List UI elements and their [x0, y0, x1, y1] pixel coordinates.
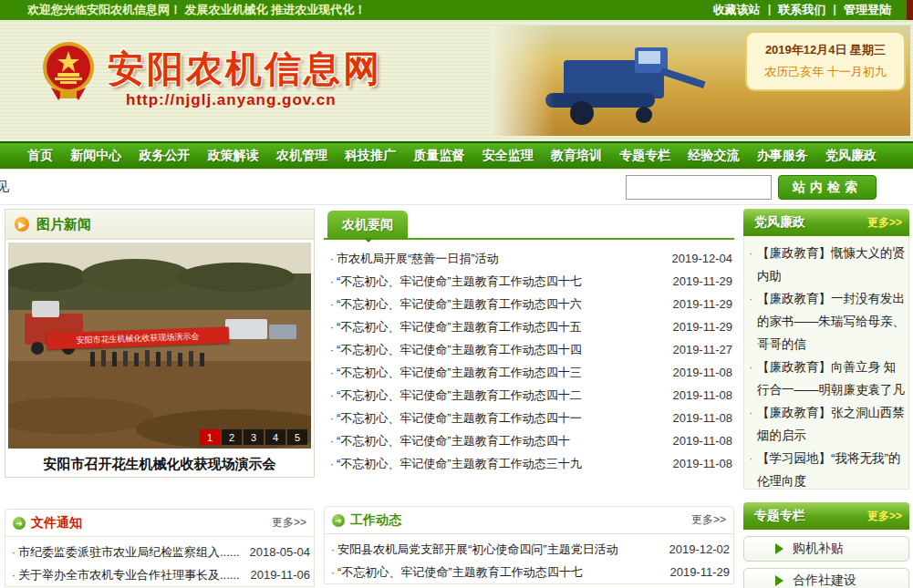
- play-triangle-icon: [775, 543, 783, 554]
- party-link[interactable]: 【廉政教育】向善立身 知行合一——明朝廉吏袁了凡: [750, 356, 905, 401]
- list-item: · “不忘初心、牢记使命”主题教育工作动态四十六 2019-11-29: [327, 293, 732, 315]
- nav-quality[interactable]: 质量监督: [409, 148, 471, 164]
- list-item: · “不忘初心、牢记使命”主题教育工作动态四十七 2019-11-29: [328, 561, 730, 583]
- search-row: 见 站内检索: [0, 169, 913, 205]
- main-nav: 首页 新闻中心 政务公开 政策解读 农机管理 科技推广 质量监督 安全监理 教育…: [0, 141, 913, 169]
- list-item: · “不忘初心、牢记使命”主题教育工作动态四十三 2019-11-08: [327, 361, 732, 384]
- subsidy-button[interactable]: 购机补贴: [743, 536, 909, 562]
- news-link[interactable]: “不忘初心、牢记使命”主题教育工作动态四十五: [337, 319, 661, 335]
- machinery-news-list: · 市农机局开展“慈善一日捐”活动 2019-12-04 · “不忘初心、牢记使…: [324, 240, 734, 475]
- content-area: ▶ 图片新闻: [0, 205, 913, 588]
- party-link[interactable]: 【学习园地】“我将无我”的伦理向度: [750, 447, 905, 490]
- nav-party-conduct[interactable]: 党风廉政: [820, 148, 882, 164]
- list-item: · “不忘初心、牢记使命”主题教育工作动态四十一 2019-11-08: [327, 407, 732, 429]
- list-item: · “不忘初心、牢记使命”主题教育工作动态三十九 2019-11-08: [327, 452, 732, 475]
- notice-more-link[interactable]: 更多>>: [272, 515, 306, 531]
- pager-4[interactable]: 4: [265, 429, 285, 445]
- nav-policy[interactable]: 政策解读: [202, 148, 265, 164]
- news-date: 2019-11-08: [661, 411, 732, 425]
- dot-bullet: ·: [327, 457, 337, 470]
- nav-education[interactable]: 教育培训: [545, 148, 607, 164]
- special-more-link[interactable]: 更多>>: [867, 509, 902, 524]
- notice-link[interactable]: 市纪委监委派驻市农业局纪检监察组入......: [18, 544, 239, 561]
- left-column: ▶ 图片新闻: [5, 209, 315, 588]
- photo-caption-link[interactable]: 安阳市召开花生机械化收获现场演示会: [5, 451, 314, 477]
- nav-machinery-mgmt[interactable]: 农机管理: [271, 148, 333, 164]
- news-link[interactable]: “不忘初心、牢记使命”主题教育工作动态三十九: [337, 456, 661, 472]
- nav-experience[interactable]: 经验交流: [683, 148, 745, 164]
- news-link[interactable]: “不忘初心、牢记使命”主题教育工作动态四十六: [337, 296, 661, 313]
- party-more-link[interactable]: 更多>>: [867, 215, 902, 231]
- party-panel: 党风廉政 更多>> 【廉政教育】慨慷大义的贤内助 【廉政教育】一封没有发出的家书…: [743, 209, 909, 490]
- nav-special-topics[interactable]: 专题专栏: [614, 148, 676, 164]
- contact-link[interactable]: 联系我们: [778, 2, 825, 18]
- news-date: 2019-11-29: [661, 320, 732, 334]
- notice-date: 2018-05-04: [239, 545, 310, 559]
- party-link[interactable]: 【廉政教育】慨慷大义的贤内助: [750, 242, 905, 287]
- dot-bullet: ·: [327, 388, 337, 402]
- middle-column: 农机要闻 · 市农机局开展“慈善一日捐”活动 2019-12-04 · “不忘初…: [324, 209, 734, 588]
- dot-bullet: ·: [327, 252, 337, 265]
- site-url: http://njglj.anyang.gov.cn: [126, 91, 337, 109]
- news-link[interactable]: “不忘初心、牢记使命”主题教育工作动态四十: [337, 433, 661, 449]
- dot-bullet: ·: [327, 434, 337, 448]
- dot-bullet: ·: [327, 320, 337, 334]
- work-link[interactable]: “不忘初心、牢记使命”主题教育工作动态四十七: [337, 564, 659, 581]
- site-search-button[interactable]: 站内检索: [778, 175, 877, 200]
- work-date: 2019-11-29: [659, 565, 730, 579]
- nav-safety[interactable]: 安全监理: [477, 148, 539, 164]
- site-title: 安阳农机信息网: [108, 44, 382, 94]
- link-divider: |: [768, 2, 772, 18]
- welcome-text: 欢迎您光临安阳农机信息网！ 发展农业机械化 推进农业现代化！: [27, 2, 366, 18]
- work-panel: ➜ 工作动态 更多>> · 安阳县农机局党支部开展“初心使命四问”主题党日活动 …: [324, 506, 734, 584]
- nav-home[interactable]: 首页: [22, 148, 58, 164]
- list-item: · 关于举办全市农机专业合作社理事长及...... 2019-11-06: [9, 563, 310, 586]
- search-input[interactable]: [626, 175, 772, 200]
- list-item: · “不忘初心、牢记使命”主题教育工作动态四十五 2019-11-29: [327, 315, 732, 338]
- photo-news-title: 图片新闻: [36, 216, 91, 233]
- dot-bullet: ·: [327, 274, 337, 288]
- work-link[interactable]: 安阳县农机局党支部开展“初心使命四问”主题党日活动: [337, 542, 659, 558]
- news-link[interactable]: “不忘初心、牢记使命”主题教育工作动态四十七: [337, 273, 661, 290]
- party-link[interactable]: 【廉政教育】一封没有发出的家书——朱瑞写给母亲、哥哥的信: [750, 287, 905, 356]
- list-item: · 安阳县农机局党支部开展“初心使命四问”主题党日活动 2019-12-02: [328, 538, 730, 561]
- notice-link[interactable]: 关于举办全市农机专业合作社理事长及......: [18, 567, 239, 583]
- news-link[interactable]: “不忘初心、牢记使命”主题教育工作动态四十二: [337, 387, 661, 404]
- news-link[interactable]: “不忘初心、牢记使命”主题教育工作动态四十一: [337, 410, 661, 427]
- tab-machinery-news[interactable]: 农机要闻: [327, 211, 408, 240]
- carousel-pager: 1 2 3 4 5: [200, 429, 307, 445]
- subsidy-label: 购机补贴: [793, 541, 844, 557]
- nav-news-center[interactable]: 新闻中心: [65, 148, 127, 164]
- nav-gov-affairs[interactable]: 政务公开: [134, 148, 196, 164]
- pager-2[interactable]: 2: [222, 429, 242, 445]
- work-more-link[interactable]: 更多>>: [691, 512, 726, 528]
- dot-bullet: ·: [327, 297, 337, 311]
- date-widget: 2019年12月4日 星期三 农历己亥年 十一月初九: [745, 31, 906, 91]
- news-link[interactable]: “不忘初心、牢记使命”主题教育工作动态四十三: [337, 365, 661, 381]
- notice-list: · 市纪委监委派驻市农业局纪检监察组入...... 2018-05-04 · 关…: [5, 537, 314, 586]
- admin-login-link[interactable]: 管理登陆: [844, 2, 891, 18]
- link-divider: |: [833, 2, 836, 18]
- site-header: 安阳农机信息网 http://njglj.anyang.gov.cn 2019年…: [0, 20, 913, 141]
- list-item: · “不忘初心、牢记使命”主题教育工作动态四十二 2019-11-08: [327, 384, 732, 407]
- pager-3[interactable]: 3: [244, 429, 264, 445]
- news-link[interactable]: “不忘初心、牢记使命”主题教育工作动态四十四: [337, 342, 661, 358]
- news-date: 2019-11-29: [661, 297, 732, 311]
- party-title: 党风廉政: [754, 214, 805, 231]
- news-link[interactable]: 市农机局开展“慈善一日捐”活动: [337, 251, 661, 267]
- special-topics-panel: 专题专栏 更多>> 购机补贴 合作社建设: [743, 502, 909, 588]
- nav-services[interactable]: 办事服务: [752, 148, 814, 164]
- party-link[interactable]: 【廉政教育】张之洞山西禁烟的启示: [750, 401, 905, 447]
- favorite-link[interactable]: 收藏该站: [713, 2, 761, 18]
- news-date: 2019-11-08: [661, 457, 732, 470]
- coop-building-button[interactable]: 合作社建设: [743, 568, 909, 588]
- notice-panel: ➜ 文件通知 更多>> · 市纪委监委派驻市农业局纪检监察组入...... 20…: [5, 509, 315, 587]
- nav-tech-promo[interactable]: 科技推广: [339, 148, 401, 164]
- pager-5[interactable]: 5: [287, 429, 307, 445]
- photo-news-carousel[interactable]: 安阳市花生机械化收获现场演示会 1 2 3 4 5: [8, 242, 311, 449]
- lunar-date: 农历己亥年 十一月初九: [764, 64, 887, 80]
- news-date: 2019-11-08: [661, 434, 732, 448]
- news-tab-row: 农机要闻: [324, 209, 734, 240]
- dot-bullet: ·: [327, 411, 337, 425]
- pager-1[interactable]: 1: [200, 429, 220, 445]
